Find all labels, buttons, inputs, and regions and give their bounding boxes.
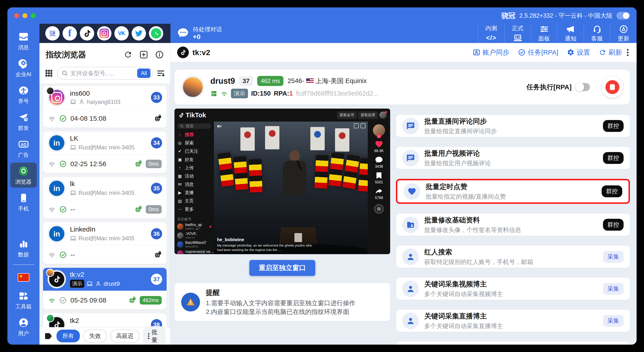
tiktok-nav-主页[interactable]: ▤主页 <box>177 197 211 205</box>
sidebar-item-region[interactable] <box>10 269 37 286</box>
browser-item-tk2[interactable]: tk2whatscrm638 <box>43 313 166 327</box>
feature-tag: 群控 <box>602 185 622 197</box>
sidebar-item-nurture[interactable]: 养号 <box>10 82 37 107</box>
person-blue-icon <box>402 313 419 329</box>
pending-chats-button[interactable]: 待处理对话 +0 <box>170 24 229 43</box>
tiktok-profile-avatar[interactable] <box>380 112 386 119</box>
rail-heart-button[interactable]: 68.3K <box>374 140 384 153</box>
tiktok-icon[interactable] <box>80 26 94 40</box>
header-action-更新[interactable]: 更新 <box>610 24 636 43</box>
feature-card-批量定时点赞[interactable]: 批量定时点赞批量给指定的视频/直播间点赞群控 <box>396 179 630 204</box>
tiktok-nav-直播[interactable]: ▶直播 <box>177 188 211 197</box>
tiktok-nav-更多[interactable]: ⋯更多 <box>177 205 211 213</box>
tiktok-follow-account[interactable]: Batz888and7basya8mc <box>177 240 211 249</box>
tiktok-nav-上传[interactable]: ↑上传 <box>177 164 211 172</box>
vk-icon[interactable]: VK <box>114 26 129 40</box>
rail-bookmark-button[interactable]: 5501 <box>374 171 384 184</box>
grid-view-icon[interactable] <box>44 69 53 78</box>
toolbar-action-账户同步[interactable]: 账户同步 <box>473 48 510 57</box>
device-text: drust9 <box>104 280 120 287</box>
feature-card-关键词采集直播博主[interactable]: 关键词采集直播博主多个关键词自动采集直播博主采集 <box>396 310 630 332</box>
sidebar-item-messages[interactable]: 消息 <box>10 28 37 53</box>
get-app-button[interactable]: 获取应用 <box>358 112 378 119</box>
demo-badge: 演示 <box>231 89 248 98</box>
header-action-内测[interactable]: 内测</> <box>478 24 504 43</box>
restart-standalone-button[interactable]: 重启至独立窗口 <box>249 260 315 276</box>
header-action-客服[interactable]: 客服 <box>584 24 610 43</box>
whatsapp-icon[interactable] <box>149 26 163 40</box>
search-all-button[interactable]: All <box>137 68 150 78</box>
rail-share-button[interactable]: 5799 <box>374 187 384 200</box>
feature-card-批量修改基础资料[interactable]: 批量修改基础资料批量修改头像，个性签名等资料信息群控 <box>396 214 630 236</box>
zoom-window-button[interactable] <box>31 13 36 18</box>
sidebar-item-bulk-send[interactable]: 群发 <box>10 109 37 134</box>
add-browser-icon[interactable] <box>139 50 148 59</box>
browser-environment-list: ins600haiyang61033304-08 15:08inLKRust的M… <box>40 83 170 327</box>
wifi-icon <box>48 160 56 168</box>
sidebar-item-browser[interactable]: 浏览器 <box>10 163 37 188</box>
header-action-正式[interactable]: 正式 <box>504 24 531 43</box>
video-author-avatar[interactable] <box>373 124 385 136</box>
filter-所有[interactable]: 所有 <box>56 330 80 342</box>
browser-item-LK[interactable]: inLKRust的Mac mini-34053402-25 12:560ms <box>43 132 166 173</box>
filter-失效[interactable]: 失效 <box>84 330 107 342</box>
close-window-button[interactable] <box>14 13 19 18</box>
get-coins-button[interactable]: 获取金币 <box>337 112 356 119</box>
header-action-面板[interactable]: 面板 <box>531 24 557 43</box>
instagram-icon[interactable] <box>97 26 112 40</box>
toolbar-action-任务[RPA][interactable]: 任务[RPA] <box>518 48 558 57</box>
feature-card-红人搜索[interactable]: 红人搜索获取特定级别的红人账号，手机号，邮箱采集 <box>396 246 630 268</box>
browser-item-LinkedIn[interactable]: inLinkedInRust的Mac mini-340536-- <box>43 222 166 264</box>
tiktok-follow-account[interactable]: .VOVE.vove.rs <box>177 231 211 240</box>
tiktok-follow-account[interactable]: подписан(а) на ...vox_lux <box>177 249 211 254</box>
sidebar-item-ads[interactable]: AD广告 <box>10 136 37 161</box>
tiktok-nav-好友[interactable]: ▣好友 <box>177 155 211 164</box>
batch-actions-button[interactable]: 批量 <box>143 326 166 345</box>
twitter-icon[interactable] <box>132 26 146 40</box>
minimize-window-button[interactable] <box>22 13 27 18</box>
mute-icon[interactable] <box>216 123 222 129</box>
header-action-通知[interactable]: 通知 <box>557 24 584 43</box>
toolbar-action-设置[interactable]: 设置 <box>567 48 590 57</box>
browser-item-lk[interactable]: inlkRust的Mac mini-340535--0ms <box>43 177 166 218</box>
more-options-icon[interactable] <box>626 48 630 57</box>
tiktok-nav-推荐[interactable]: ⌂推荐 <box>177 131 211 139</box>
stop-button[interactable] <box>602 76 623 98</box>
browser-item-tk:v2[interactable]: tk:v2演示drust93705-25 09:08462ms <box>43 268 166 310</box>
send-clock-icon <box>18 112 29 123</box>
refresh-list-icon[interactable] <box>124 50 132 59</box>
search-input[interactable]: 支持设备型号, ... All <box>57 67 153 80</box>
browser-item-ins600[interactable]: ins600haiyang61033304-08 15:08 <box>43 86 166 128</box>
tiktok-nav-消息[interactable]: ✉消息 <box>177 180 211 188</box>
tiktok-nav-已关注[interactable]: ✔已关注 <box>177 147 211 155</box>
facebook-icon[interactable]: f <box>62 26 77 40</box>
titlebar-toggle[interactable] <box>616 12 630 19</box>
tiktok-nav-探索[interactable]: ◎探索 <box>177 139 211 147</box>
tag-icon[interactable] <box>44 332 53 341</box>
sidebar-item-enterprise-ai[interactable]: 企业AI <box>10 55 37 80</box>
toolbar-action-刷新[interactable]: 刷新 <box>599 48 622 57</box>
search-placeholder: 支持设备型号, ... <box>70 69 135 77</box>
tiktok-search-input[interactable]: 搜索 <box>177 123 211 129</box>
sort-icon[interactable] <box>156 69 165 78</box>
info-icon[interactable] <box>155 50 164 59</box>
sidebar-item-phone[interactable]: 手机 <box>10 189 37 214</box>
tiktok-follow-account[interactable]: badfox_qpbadfox_qp7 <box>177 222 211 231</box>
latency-pill: 0ms <box>146 205 162 214</box>
task-exec-toggle[interactable] <box>575 83 590 91</box>
filter-高延迟[interactable]: 高延迟 <box>110 330 140 342</box>
feature-card-批量用户视频评论[interactable]: 批量用户视频评论批量给指定用户视频评论群控 <box>396 147 630 169</box>
sidebar-item-toolbox[interactable]: 工具箱 <box>10 287 37 312</box>
computer-icon[interactable] <box>45 26 60 40</box>
message-icon: ✉ <box>177 182 182 187</box>
sidebar-item-user[interactable]: 用户 <box>10 314 37 339</box>
header-action-label: 通知 <box>565 35 576 42</box>
feature-card-关键词采集视频博主[interactable]: 关键词采集视频博主多个关键词自动采集视频博主采集 <box>396 278 630 300</box>
account-names: .VOVE.vove.rs <box>185 232 197 239</box>
tiktok-nav-活动[interactable]: ▦活动 <box>177 172 211 180</box>
tiktok-nav-label: 探索 <box>185 140 194 146</box>
sound-disc[interactable] <box>374 204 384 214</box>
sidebar-item-data[interactable]: 数据 <box>10 235 37 260</box>
feature-card-批量直播间评论同步[interactable]: 批量直播间评论同步批量给指定直播间评论同步群控 <box>396 115 630 137</box>
rail-comment-button[interactable]: 3438 <box>374 156 384 169</box>
